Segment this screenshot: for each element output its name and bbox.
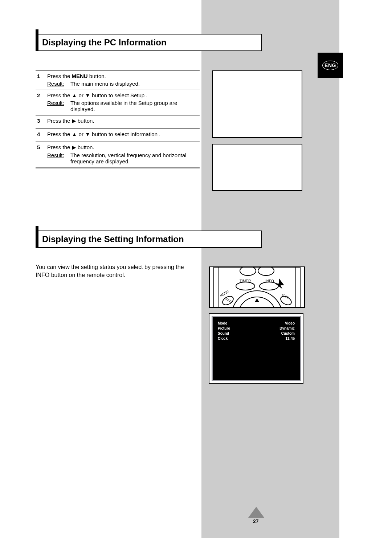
step-row: 5 Press the ▶ button. Result: The resolu… bbox=[36, 142, 200, 167]
step-number: 2 bbox=[36, 92, 47, 112]
section-heading-pc-info: Displaying the PC Information bbox=[36, 34, 262, 51]
step-row: 2 Press the ▲ or ▼ button to select Setu… bbox=[36, 90, 200, 115]
step-instruction: Press the ▲ or ▼ button to select Setup … bbox=[47, 92, 200, 98]
osd-label: Sound bbox=[218, 331, 229, 335]
osd-label: Mode bbox=[218, 321, 227, 325]
osd-label: Clock bbox=[218, 337, 228, 341]
steps-table: 1 Press the MENU button. Result: The mai… bbox=[36, 70, 200, 168]
step-instruction: Press the ▲ or ▼ button to select Inform… bbox=[47, 131, 200, 137]
step-number: 3 bbox=[36, 118, 47, 126]
step-number: 5 bbox=[36, 144, 47, 164]
result-text: The resolution, vertical frequency and h… bbox=[70, 152, 200, 164]
heading-title: Displaying the PC Information bbox=[42, 37, 167, 48]
heading-accent bbox=[36, 29, 38, 51]
step-row: 4 Press the ▲ or ▼ button to select Info… bbox=[36, 129, 200, 142]
step-instruction: Press the ▶ button. bbox=[47, 118, 200, 124]
language-badge-text: ENG bbox=[322, 61, 338, 70]
section-heading-setting-info: Displaying the Setting Information bbox=[36, 231, 262, 248]
step-row: 1 Press the MENU button. Result: The mai… bbox=[36, 71, 200, 90]
svg-marker-15 bbox=[248, 507, 264, 518]
osd-value: 11:45 bbox=[285, 337, 295, 341]
heading-title: Displaying the Setting Information bbox=[42, 234, 184, 244]
osd-row: Sound Custom bbox=[218, 331, 295, 335]
result-label: Result: bbox=[47, 152, 70, 164]
intro-paragraph: You can view the setting status you sele… bbox=[36, 263, 195, 279]
remote-illustration: TIMER INFO MENU EXIT bbox=[209, 266, 305, 308]
osd-label: Picture bbox=[218, 326, 230, 330]
step-row: 3 Press the ▶ button. bbox=[36, 115, 200, 129]
osd-info-panel: Mode Video Picture Dynamic Sound Custom … bbox=[209, 313, 303, 384]
page-number: 27 bbox=[253, 518, 259, 524]
osd-row: Picture Dynamic bbox=[218, 326, 295, 330]
heading-accent bbox=[36, 226, 38, 248]
osd-value: Custom bbox=[281, 331, 295, 335]
osd-value: Dynamic bbox=[279, 326, 295, 330]
result-label: Result: bbox=[47, 81, 70, 87]
result-text: The main menu is displayed. bbox=[70, 81, 200, 87]
result-text: The options available in the Setup group… bbox=[70, 100, 200, 112]
osd-row: Mode Video bbox=[218, 321, 295, 325]
footer-arrow-icon bbox=[248, 507, 264, 518]
osd-row: Clock 11:45 bbox=[218, 337, 295, 341]
result-label: Result: bbox=[47, 100, 70, 112]
step-number: 4 bbox=[36, 131, 47, 139]
step-number: 1 bbox=[36, 73, 47, 87]
screen-placeholder-2 bbox=[212, 144, 302, 191]
info-label: INFO bbox=[265, 279, 274, 283]
step-instruction: Press the MENU button. bbox=[47, 73, 200, 79]
timer-label: TIMER bbox=[240, 279, 251, 283]
step-instruction: Press the ▶ button. bbox=[47, 144, 200, 151]
screen-placeholder-1 bbox=[212, 70, 302, 138]
language-badge: ENG bbox=[318, 53, 343, 78]
osd-value: Video bbox=[285, 321, 295, 325]
